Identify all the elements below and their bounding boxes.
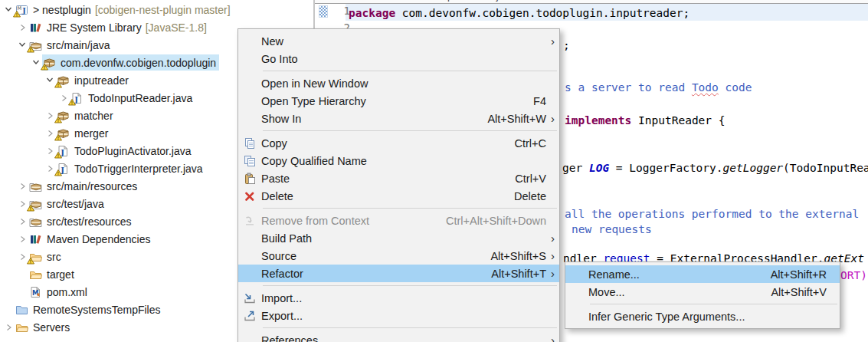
- code-token: code: [719, 81, 752, 94]
- tree-item-body[interactable]: JTodoPluginActivator.java: [56, 143, 195, 159]
- warning-icon: [54, 134, 62, 141]
- code-token: new requests: [572, 223, 652, 235]
- editor-tab-label: TodoInputReader.java: [418, 0, 571, 2]
- tree-item-label: com.devonfw.cobigen.todoplugin: [61, 57, 216, 69]
- code-token: getLogger: [723, 162, 784, 174]
- tree-item-body[interactable]: JTodoTriggerInterpreter.java: [56, 160, 206, 176]
- menu-item-show-in[interactable]: Show InAlt+Shift+W›: [238, 110, 559, 127]
- menu-item-copy-qualified-name[interactable]: Copy Qualified Name: [238, 152, 559, 169]
- svg-text:J: J: [21, 6, 26, 15]
- code-token: LOG: [589, 162, 609, 174]
- code-line[interactable]: all the operations performed to the exte…: [565, 206, 859, 222]
- code-line[interactable]: ger LOG = LoggerFactory.getLogger(TodoIn…: [562, 159, 868, 176]
- code-token: Todo: [692, 81, 719, 94]
- code-line[interactable]: s a server to read Todo code: [565, 79, 752, 96]
- menu-item-import[interactable]: Import...: [238, 289, 559, 307]
- chevron-collapsed-icon[interactable]: [2, 318, 15, 336]
- code-line[interactable]: ;: [563, 37, 570, 54]
- menu-separator: [263, 285, 557, 286]
- menu-item-rename[interactable]: Rename...Alt+Shift+R: [565, 265, 840, 283]
- menu-item-new[interactable]: New›: [238, 32, 559, 50]
- code-token: (TodoInputRea: [783, 162, 868, 174]
- folder-icon: [29, 251, 43, 263]
- code-line[interactable]: implements InputReader {: [565, 112, 726, 129]
- copy-qualified-icon: [238, 155, 261, 167]
- code-line[interactable]: new requests: [572, 221, 652, 238]
- tree-item-nestplugin[interactable]: MJ> nestplugin[cobigen-nest-plugin maste…: [0, 1, 313, 18]
- menu-separator: [263, 327, 557, 328]
- menu-item-source[interactable]: SourceAlt+Shift+S›: [238, 247, 559, 265]
- tree-item-body[interactable]: MJ> nestplugin[cobigen-nest-plugin maste…: [15, 2, 234, 18]
- warning-icon: [27, 46, 34, 53]
- tree-item-body[interactable]: src/main/java: [28, 37, 113, 53]
- chevron-collapsed-icon[interactable]: [16, 230, 28, 248]
- warning-icon: [54, 117, 62, 123]
- chevron-placeholder: [16, 265, 28, 283]
- menu-item-copy[interactable]: CopyCtrl+C: [238, 134, 559, 152]
- menu-item-remove-from-context[interactable]: Remove from ContextCtrl+Alt+Shift+Down: [238, 212, 559, 229]
- warning-icon: [13, 11, 21, 18]
- tree-item-body[interactable]: com.devonfw.cobigen.todoplugin: [42, 54, 219, 71]
- menu-item-shortcut: Ctrl+C: [515, 137, 547, 150]
- menu-item-delete[interactable]: DeleteDelete: [238, 187, 559, 205]
- java-file-icon: J: [70, 92, 84, 104]
- warning-icon: [27, 258, 34, 265]
- menu-item-label: New: [261, 35, 546, 48]
- tree-item-body[interactable]: Servers: [15, 319, 73, 335]
- tree-item-body[interactable]: src/test/java: [28, 196, 107, 212]
- tree-item-body[interactable]: src/main/resources: [28, 178, 140, 194]
- menu-separator: [263, 208, 557, 209]
- tree-item-body[interactable]: Maven Dependencies: [28, 231, 153, 247]
- menu-item-open-in-new-window[interactable]: Open in New Window: [238, 74, 559, 92]
- menu-item-label: Refactor: [261, 268, 491, 280]
- source-folder-icon: [29, 215, 43, 228]
- chevron-collapsed-icon[interactable]: [16, 177, 28, 195]
- tree-item-body[interactable]: Mpom.xml: [28, 284, 90, 300]
- code-line[interactable]: ORT): [840, 267, 867, 284]
- menu-item-references[interactable]: References›: [238, 331, 559, 342]
- tree-item-body[interactable]: src: [28, 248, 64, 265]
- tree-item-label: inputreader: [74, 74, 129, 87]
- tree-item-body[interactable]: src/test/resources: [28, 213, 134, 229]
- menu-item-go-into[interactable]: Go Into: [238, 50, 559, 67]
- chevron-collapsed-icon[interactable]: [16, 18, 28, 36]
- menu-item-open-type-hierarchy[interactable]: Open Type HierarchyF4: [238, 92, 559, 110]
- code-token: = LoggerFactory.: [609, 162, 722, 174]
- tree-item-body[interactable]: JRE System Library[JavaSE-1.8]: [28, 19, 210, 35]
- tree-item-body[interactable]: merger: [56, 125, 111, 141]
- context-menu: New›Go IntoOpen in New WindowOpen Type H…: [237, 28, 560, 342]
- menu-item-infer-generic-type-arguments[interactable]: Infer Generic Type Arguments...: [565, 307, 840, 325]
- menu-item-refactor[interactable]: RefactorAlt+Shift+T›: [238, 265, 559, 282]
- menu-item-label: Export...: [261, 310, 546, 322]
- menu-item-paste[interactable]: PasteCtrl+V: [238, 169, 559, 187]
- menu-item-build-path[interactable]: Build Path›: [238, 229, 559, 247]
- tree-item-body[interactable]: target: [28, 266, 77, 282]
- remove-context-icon: [238, 215, 261, 227]
- tree-item-label: TodoInputReader.java: [88, 92, 192, 104]
- code-token: ORT): [840, 269, 867, 281]
- tree-item-label: src/main/java: [47, 39, 110, 51]
- refactor-submenu: Rename...Alt+Shift+RMove...Alt+Shift+VIn…: [565, 261, 840, 329]
- tree-item-body[interactable]: JTodoInputReader.java: [70, 90, 195, 106]
- menu-separator: [263, 130, 557, 131]
- submenu-arrow-icon: ›: [546, 247, 559, 265]
- submenu-arrow-icon: ›: [546, 32, 559, 50]
- warning-icon: [68, 99, 76, 106]
- tree-item-body[interactable]: inputreader: [56, 72, 132, 88]
- tree-item-label: pom.xml: [47, 286, 87, 298]
- menu-item-export[interactable]: Export...: [238, 307, 559, 324]
- chevron-collapsed-icon[interactable]: [16, 212, 28, 230]
- package-icon: [57, 127, 70, 140]
- menu-item-move[interactable]: Move...Alt+Shift+V: [565, 283, 840, 301]
- tree-item-body[interactable]: RemoteSystemsTempFiles: [15, 301, 164, 317]
- menu-item-label: Paste: [261, 173, 515, 185]
- copy-icon: [238, 137, 261, 150]
- submenu-arrow-icon: ›: [546, 110, 559, 127]
- library-icon: [29, 21, 43, 34]
- tree-item-label: src: [47, 251, 61, 263]
- tree-item-label: RemoteSystemsTempFiles: [33, 304, 161, 316]
- menu-item-shortcut: Ctrl+V: [515, 173, 546, 185]
- tree-item-body[interactable]: matcher: [56, 107, 116, 123]
- warning-icon: [54, 152, 62, 159]
- code-line[interactable]: package com.devonfw.cobigen.todoplugin.i…: [349, 5, 689, 21]
